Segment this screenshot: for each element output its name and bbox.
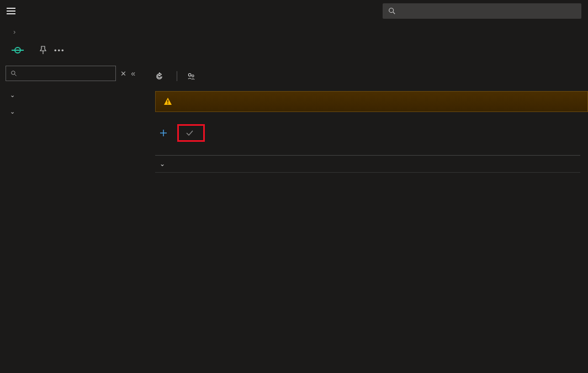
hamburger-menu[interactable] <box>7 6 18 17</box>
plus-icon <box>160 129 167 137</box>
svg-line-5 <box>14 74 16 76</box>
search-icon <box>388 7 396 15</box>
check-icon <box>186 129 193 137</box>
chevron-down-icon: ⌄ <box>10 108 15 115</box>
search-icon <box>10 70 18 77</box>
svg-point-7 <box>192 74 194 77</box>
warning-banner <box>155 91 588 112</box>
feedback-icon <box>187 72 195 81</box>
global-search[interactable] <box>383 3 581 19</box>
svg-line-1 <box>393 12 395 14</box>
sidebar-group-support[interactable]: ⌄ <box>6 103 135 120</box>
chevron-down-icon: ⌄ <box>160 160 165 168</box>
sidebar-search[interactable] <box>6 66 116 81</box>
grant-consent-button[interactable] <box>181 127 201 139</box>
svg-rect-9 <box>167 103 168 104</box>
breadcrumb-sep: › <box>13 28 15 36</box>
chevron-down-icon: ⌄ <box>10 92 15 99</box>
clear-search-icon[interactable]: ✕ <box>120 70 126 78</box>
table-header <box>155 148 580 156</box>
global-search-input[interactable] <box>400 7 576 15</box>
breadcrumb: › <box>0 22 588 40</box>
sidebar-group-manage[interactable]: ⌄ <box>6 87 135 103</box>
pin-icon[interactable] <box>39 46 47 55</box>
svg-point-4 <box>12 71 15 74</box>
toolbar-separator <box>177 71 177 81</box>
svg-point-6 <box>188 73 191 76</box>
refresh-icon <box>155 72 163 81</box>
app-icon <box>10 42 25 58</box>
permission-group[interactable]: ⌄ <box>155 156 580 173</box>
highlight-box <box>177 124 205 142</box>
svg-point-0 <box>389 8 394 13</box>
collapse-sidebar-icon[interactable]: « <box>131 69 135 78</box>
feedback-button[interactable] <box>187 72 199 81</box>
refresh-button[interactable] <box>155 72 167 81</box>
warning-icon <box>163 97 172 106</box>
sidebar-search-input[interactable] <box>18 70 111 78</box>
svg-rect-8 <box>167 100 168 103</box>
more-menu[interactable]: ••• <box>54 46 65 55</box>
add-permission-button[interactable] <box>155 127 175 139</box>
